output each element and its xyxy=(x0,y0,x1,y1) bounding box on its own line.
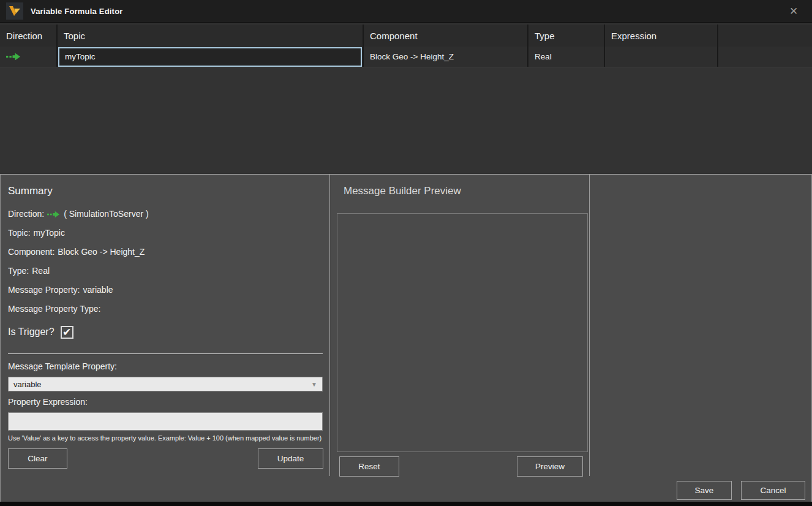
titlebar: Variable Formula Editor ✕ xyxy=(0,0,812,23)
topic-cell xyxy=(58,47,364,67)
reset-button[interactable]: Reset xyxy=(339,456,399,477)
dropdown-selected-value: variable xyxy=(13,380,42,389)
window-bottom-border xyxy=(0,502,812,506)
summary-type: Type: Real xyxy=(8,266,149,285)
column-header-expression[interactable]: Expression xyxy=(605,25,718,47)
is-trigger-label: Is Trigger? xyxy=(8,327,55,338)
summary-message-property-value: variable xyxy=(83,285,113,295)
summary-direction-label: Direction: xyxy=(8,209,44,219)
summary-type-label: Type: xyxy=(8,266,29,276)
direction-arrow-icon xyxy=(47,211,60,218)
direction-arrow-icon xyxy=(6,53,21,61)
property-expression-input[interactable] xyxy=(8,412,323,431)
table-header: Direction Topic Component Type Expressio… xyxy=(0,25,812,47)
summary-title: Summary xyxy=(8,185,53,197)
summary-is-trigger: Is Trigger? ✔ xyxy=(8,324,149,340)
summary-direction-value: ( SimulationToServer ) xyxy=(64,209,149,219)
summary-topic-label: Topic: xyxy=(8,228,31,238)
column-header-topic[interactable]: Topic xyxy=(58,25,364,47)
cancel-button[interactable]: Cancel xyxy=(741,481,805,500)
column-header-type[interactable]: Type xyxy=(528,25,605,47)
mapping-table: Direction Topic Component Type Expressio… xyxy=(0,25,812,67)
clear-button[interactable]: Clear xyxy=(8,448,67,469)
is-trigger-checkbox[interactable]: ✔ xyxy=(61,326,73,339)
column-header-extra xyxy=(718,25,812,47)
bottom-panel: Summary Direction: ( SimulationToServer … xyxy=(0,174,812,502)
summary-message-property: Message Property: variable xyxy=(8,285,149,304)
template-property-dropdown[interactable]: variable ▼ xyxy=(8,377,323,391)
summary-message-property-type-label: Message Property Type: xyxy=(8,304,100,314)
table-row[interactable]: Block Geo -> Height_Z Real xyxy=(0,47,812,67)
summary-panel: Summary Direction: ( SimulationToServer … xyxy=(1,175,329,502)
preview-panel-title: Message Builder Preview xyxy=(344,185,461,197)
preview-button[interactable]: Preview xyxy=(517,456,583,477)
component-cell: Block Geo -> Height_Z xyxy=(364,47,528,67)
chevron-down-icon: ▼ xyxy=(311,381,317,388)
type-cell: Real xyxy=(528,47,605,67)
template-property-label: Message Template Property: xyxy=(8,361,117,371)
window-title: Variable Formula Editor xyxy=(31,7,123,16)
summary-topic-value: myTopic xyxy=(34,228,65,238)
preview-output-box xyxy=(337,213,588,452)
summary-type-value: Real xyxy=(32,266,50,276)
summary-topic: Topic: myTopic xyxy=(8,228,149,247)
summary-component-value: Block Geo -> Height_Z xyxy=(58,247,145,257)
column-header-direction[interactable]: Direction xyxy=(0,25,58,47)
app-logo-icon xyxy=(6,2,23,20)
close-icon[interactable]: ✕ xyxy=(781,0,806,22)
summary-divider xyxy=(8,353,323,354)
variable-formula-editor-window: Variable Formula Editor ✕ Direction Topi… xyxy=(0,0,812,506)
summary-component-label: Component: xyxy=(8,247,55,257)
panel-divider-right xyxy=(589,175,590,476)
summary-message-property-label: Message Property: xyxy=(8,285,80,295)
expression-helper-text: Use 'Value' as a key to access the prope… xyxy=(8,434,326,442)
property-expression-label: Property Expression: xyxy=(8,397,88,407)
summary-lines: Direction: ( SimulationToServer ) Topic:… xyxy=(8,209,149,340)
update-button[interactable]: Update xyxy=(258,448,323,469)
message-builder-preview-panel: Message Builder Preview Reset Preview xyxy=(330,175,589,502)
save-button[interactable]: Save xyxy=(677,481,732,500)
summary-component: Component: Block Geo -> Height_Z xyxy=(8,247,149,266)
column-header-component[interactable]: Component xyxy=(364,25,528,47)
extra-cell xyxy=(718,47,812,67)
topic-input[interactable] xyxy=(58,47,362,67)
summary-direction: Direction: ( SimulationToServer ) xyxy=(8,209,149,228)
direction-cell xyxy=(0,47,58,67)
expression-cell xyxy=(605,47,718,67)
check-icon: ✔ xyxy=(62,327,71,338)
summary-message-property-type: Message Property Type: xyxy=(8,304,149,323)
